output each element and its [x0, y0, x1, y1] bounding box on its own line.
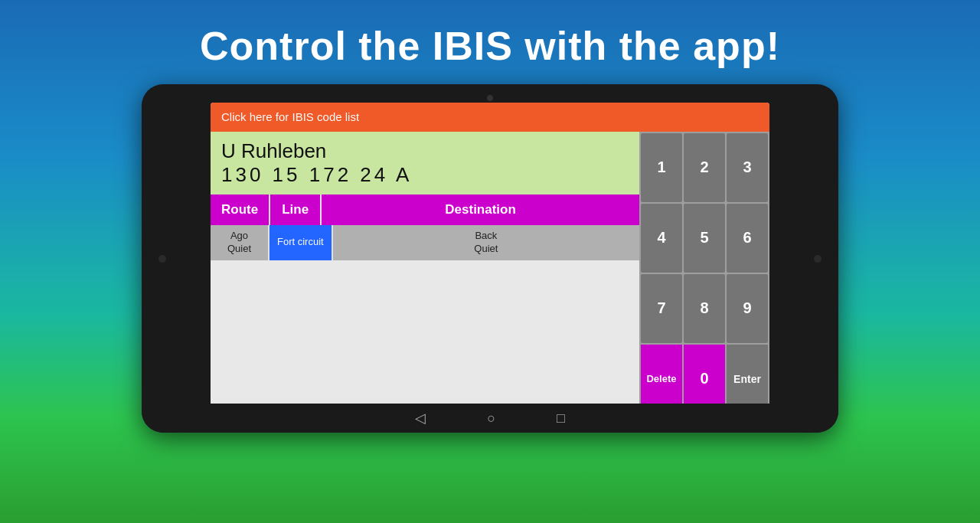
numpad-2[interactable]: 2 [684, 133, 725, 202]
display-line1: U Ruhleben [221, 139, 629, 163]
ibis-code-link: Click here for IBIS code list [221, 110, 359, 123]
tablet-camera [158, 255, 166, 263]
secondary-button-row: Ago Quiet Fort circuit Back Quiet [211, 225, 639, 260]
numpad-panel: 1 2 3 4 5 6 7 8 9 Delete 0 Enter [639, 132, 769, 415]
line-button[interactable]: Line [270, 194, 320, 225]
tablet-screen: Click here for IBIS code list U Ruhleben… [211, 103, 769, 415]
ago-quiet-button[interactable]: Ago Quiet [211, 225, 268, 260]
back-nav-icon[interactable]: ◁ [415, 410, 426, 427]
numpad-3[interactable]: 3 [727, 133, 768, 202]
tablet-frame: Click here for IBIS code list U Ruhleben… [142, 84, 838, 433]
zero-button[interactable]: 0 [684, 345, 725, 413]
back-quiet-button[interactable]: Back Quiet [333, 225, 639, 260]
screen-content: U Ruhleben 130 15 172 24 A Route Line De… [211, 132, 769, 415]
destination-button[interactable]: Destination [322, 194, 639, 225]
display-area: U Ruhleben 130 15 172 24 A [211, 132, 639, 194]
numpad-8[interactable]: 8 [684, 274, 725, 343]
route-button[interactable]: Route [211, 194, 269, 225]
main-button-row: Route Line Destination [211, 194, 639, 225]
recents-nav-icon[interactable]: □ [557, 410, 565, 427]
back-label: Back [475, 230, 497, 241]
tablet-side-button [814, 255, 822, 263]
numpad-1[interactable]: 1 [641, 133, 682, 202]
numpad-row-special: Delete 0 Enter [641, 345, 768, 413]
quiet2-label: Quiet [474, 243, 498, 254]
numpad-4[interactable]: 4 [641, 204, 682, 273]
display-line2: 130 15 172 24 A [221, 163, 629, 187]
numpad-5[interactable]: 5 [684, 204, 725, 273]
empty-area [211, 260, 639, 415]
ago-label: Ago [230, 230, 248, 241]
ibis-code-header[interactable]: Click here for IBIS code list [211, 103, 769, 132]
enter-button[interactable]: Enter [727, 345, 768, 413]
numpad-row-1: 1 2 3 [641, 133, 768, 202]
delete-button[interactable]: Delete [641, 345, 682, 413]
numpad-row-2: 4 5 6 [641, 204, 768, 273]
left-panel: U Ruhleben 130 15 172 24 A Route Line De… [211, 132, 639, 415]
numpad-6[interactable]: 6 [727, 204, 768, 273]
quiet-label: Quiet [227, 243, 251, 254]
numpad-row-3: 7 8 9 [641, 274, 768, 343]
numpad-9[interactable]: 9 [727, 274, 768, 343]
numpad-7[interactable]: 7 [641, 274, 682, 343]
fort-circuit-button[interactable]: Fort circuit [270, 225, 332, 260]
home-nav-icon[interactable]: ○ [487, 410, 495, 427]
page-title: Control the IBIS with the app! [200, 23, 780, 69]
tablet-navbar: ◁ ○ □ [142, 404, 838, 433]
